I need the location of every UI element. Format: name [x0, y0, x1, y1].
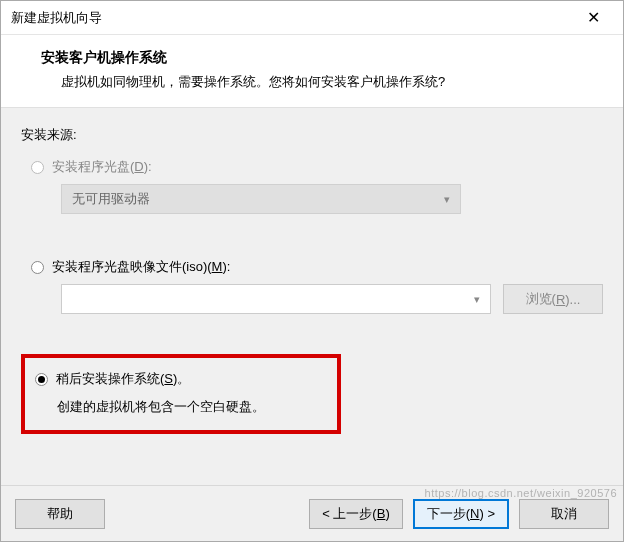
- option-installer-disc-label: 安装程序光盘(D):: [52, 158, 152, 176]
- option-install-later-label: 稍后安装操作系统(S)。: [56, 370, 190, 388]
- radio-installer-disc: [31, 161, 44, 174]
- wizard-header: 安装客户机操作系统 虚拟机如同物理机，需要操作系统。您将如何安装客户机操作系统?: [1, 35, 623, 108]
- option-install-later[interactable]: 稍后安装操作系统(S)。: [31, 370, 323, 388]
- option-iso-file-label: 安装程序光盘映像文件(iso)(M):: [52, 258, 230, 276]
- iso-path-combobox[interactable]: ▾: [61, 284, 491, 314]
- close-button[interactable]: ✕: [573, 4, 613, 32]
- titlebar: 新建虚拟机向导 ✕: [1, 1, 623, 35]
- install-source-label: 安装来源:: [21, 126, 603, 144]
- option-iso-file[interactable]: 安装程序光盘映像文件(iso)(M):: [21, 258, 603, 276]
- disc-drive-value: 无可用驱动器: [72, 190, 150, 208]
- chevron-down-icon: ▾: [474, 293, 480, 306]
- back-button[interactable]: < 上一步(B): [309, 499, 403, 529]
- cancel-button[interactable]: 取消: [519, 499, 609, 529]
- wizard-footer: 帮助 < 上一步(B) 下一步(N) > 取消: [1, 485, 623, 541]
- option-install-later-desc: 创建的虚拟机将包含一个空白硬盘。: [31, 398, 323, 416]
- wizard-window: 新建虚拟机向导 ✕ 安装客户机操作系统 虚拟机如同物理机，需要操作系统。您将如何…: [0, 0, 624, 542]
- wizard-body: 安装来源: 安装程序光盘(D): 无可用驱动器 ▾ 安装程序光盘映像文件(iso…: [1, 108, 623, 485]
- header-title: 安装客户机操作系统: [41, 49, 603, 67]
- radio-install-later[interactable]: [35, 373, 48, 386]
- window-title: 新建虚拟机向导: [11, 9, 573, 27]
- chevron-down-icon: ▾: [444, 193, 450, 206]
- close-icon: ✕: [587, 8, 600, 27]
- disc-drive-dropdown[interactable]: 无可用驱动器 ▾: [61, 184, 461, 214]
- highlight-box: 稍后安装操作系统(S)。 创建的虚拟机将包含一个空白硬盘。: [21, 354, 341, 434]
- option-installer-disc: 安装程序光盘(D):: [21, 158, 603, 176]
- next-button[interactable]: 下一步(N) >: [413, 499, 509, 529]
- header-subtitle: 虚拟机如同物理机，需要操作系统。您将如何安装客户机操作系统?: [41, 73, 603, 91]
- browse-button: 浏览(R)...: [503, 284, 603, 314]
- radio-iso-file[interactable]: [31, 261, 44, 274]
- help-button[interactable]: 帮助: [15, 499, 105, 529]
